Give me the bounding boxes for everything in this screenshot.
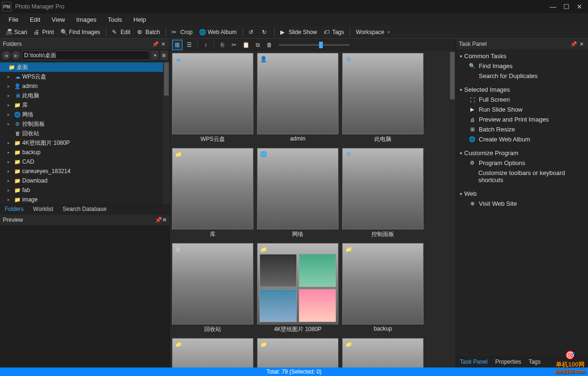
toolbar-scan[interactable]: 📠Scan <box>3 28 30 36</box>
tab-properties[interactable]: Properties <box>492 358 525 367</box>
tree-item[interactable]: ▸⚙控制面板 <box>0 119 163 129</box>
thumbnail-item[interactable]: 📁 <box>172 338 253 367</box>
expander-icon[interactable]: ▸ <box>8 93 13 98</box>
tree-item[interactable]: 📁桌面 <box>0 62 163 72</box>
task-section-header[interactable]: ▾Selected Images <box>460 85 584 95</box>
minimize-button[interactable]: — <box>546 3 560 10</box>
task-link[interactable]: Search for Duplicates <box>460 71 584 81</box>
task-link[interactable]: ▶Run Slide Show <box>460 105 584 114</box>
expander-icon[interactable]: ▸ <box>8 159 13 164</box>
task-link[interactable]: ⊞Batch Resize <box>460 124 584 134</box>
thumbnail-item[interactable]: 🌐网络 <box>257 148 338 239</box>
tree-item[interactable]: ▸📁careueyes_183214 <box>0 166 163 176</box>
close-panel-icon[interactable]: ✕ <box>162 217 167 223</box>
view-list-button[interactable]: ☰ <box>184 40 194 50</box>
tree-item[interactable]: ▸📁4K壁纸图片 1080P <box>0 138 163 148</box>
view-grid-button[interactable]: ⊞ <box>172 40 182 50</box>
path-input[interactable] <box>22 51 150 60</box>
task-link[interactable]: 🖨Preview and Print Images <box>460 114 584 124</box>
toolbar-edit[interactable]: ✎Edit <box>109 28 133 36</box>
tree-item[interactable]: 🗑回收站 <box>0 129 163 138</box>
tree-scrollbar[interactable] <box>163 61 170 204</box>
close-button[interactable]: ✕ <box>573 3 586 10</box>
expander-icon[interactable]: ▸ <box>8 150 13 155</box>
thumbnail-item[interactable]: 🖥此电脑 <box>342 53 424 144</box>
menu-tools[interactable]: Tools <box>103 15 127 24</box>
close-panel-icon[interactable]: ✕ <box>159 41 167 47</box>
tree-item[interactable]: ▸📁image <box>0 195 163 204</box>
menu-view[interactable]: View <box>47 15 69 24</box>
task-link[interactable]: 🌐Create Web Album <box>460 134 584 144</box>
task-link[interactable]: Customize toolbars or keyboard shortcuts <box>460 168 584 185</box>
cut-button[interactable]: ✂ <box>229 40 239 50</box>
maximize-button[interactable]: ☐ <box>560 3 573 10</box>
nav-back-button[interactable]: ◄ <box>2 51 10 60</box>
paste-button[interactable]: 📋 <box>241 40 251 50</box>
tree-item[interactable]: ▸📁backup <box>0 148 163 157</box>
expander-icon[interactable]: ▸ <box>8 112 13 117</box>
tree-item[interactable]: ▸📁fab <box>0 185 163 195</box>
expander-icon[interactable]: ▸ <box>8 169 13 174</box>
nav-forward-button[interactable]: ► <box>12 51 20 60</box>
task-section-header[interactable]: ▾Web <box>460 189 584 199</box>
menu-images[interactable]: Images <box>71 15 101 24</box>
thumbnail-item[interactable]: ☁WPS云盘 <box>172 53 253 144</box>
task-link[interactable]: 🔍Find Images <box>460 61 584 71</box>
toolbar-icon-7[interactable]: ↺ <box>246 28 258 36</box>
toolbar-batch[interactable]: ⚙Batch <box>134 28 163 36</box>
close-panel-icon[interactable]: ✕ <box>578 41 585 47</box>
task-link[interactable]: ⚙Program Options <box>460 158 584 168</box>
path-dropdown-button[interactable]: ▾ <box>151 51 159 60</box>
tab-folders[interactable]: Folders <box>0 205 28 215</box>
zoom-handle[interactable] <box>319 42 323 48</box>
tab-worklist[interactable]: Worklist <box>28 205 58 215</box>
expander-icon[interactable]: ▸ <box>8 103 13 107</box>
task-section-header[interactable]: ▾Customize Program <box>460 148 584 158</box>
expander-icon[interactable]: ▸ <box>8 74 13 79</box>
zoom-slider[interactable] <box>279 44 350 46</box>
expander-icon[interactable]: ▸ <box>8 84 13 88</box>
toolbar-print[interactable]: 🖨Print <box>31 28 57 36</box>
thumbnail-item[interactable]: 📁 <box>257 338 338 367</box>
thumbnail-item[interactable]: ⚙控制面板 <box>342 148 424 239</box>
tree-item[interactable]: ▸🖥此电脑 <box>0 91 163 100</box>
tree-item[interactable]: ▸📁库 <box>0 100 163 110</box>
expander-icon[interactable]: ▸ <box>8 197 13 202</box>
pin-icon[interactable]: 📌 <box>155 217 162 223</box>
toolbar-web-album[interactable]: 🌐Web Album <box>196 28 239 36</box>
expander-icon[interactable]: ▸ <box>8 140 13 145</box>
duplicate-button[interactable]: ⧉ <box>252 40 263 50</box>
thumbnail-grid[interactable]: ☁WPS云盘👤admin🖥此电脑📁库🌐网络⚙控制面板🗑回收站📁4K壁纸图片 10… <box>170 51 449 367</box>
thumb-scrollbar[interactable] <box>449 51 456 367</box>
tree-item[interactable]: ▸☁WPS云盘 <box>0 72 163 81</box>
tab-tags[interactable]: Tags <box>525 358 544 367</box>
delete-button[interactable]: 🗑 <box>264 40 275 50</box>
toolbar-find-images[interactable]: 🔍Find Images <box>58 28 103 36</box>
pin-icon[interactable]: 📌 <box>570 41 578 47</box>
task-link[interactable]: ⛶Full Screen <box>460 95 584 105</box>
tree-item[interactable]: ▸🌐网络 <box>0 110 163 119</box>
expander-icon[interactable]: ▸ <box>8 178 13 183</box>
thumbnail-item[interactable]: 🗑回收站 <box>172 243 253 334</box>
thumbnail-item[interactable]: 📁4K壁纸图片 1080P <box>257 243 338 334</box>
thumbnail-item[interactable]: 📁backup <box>342 243 424 334</box>
menu-edit[interactable]: Edit <box>25 15 45 24</box>
tab-search-database[interactable]: Search Database <box>58 205 111 215</box>
expander-icon[interactable]: ▸ <box>8 122 13 126</box>
toolbar-icon-8[interactable]: ↻ <box>259 28 271 36</box>
menu-help[interactable]: Help <box>129 15 151 24</box>
task-link[interactable]: ⊕Visit Web Site <box>460 199 584 209</box>
thumbnail-item[interactable]: 📁库 <box>172 148 253 239</box>
expander-icon[interactable]: ▸ <box>8 188 13 192</box>
toolbar-crop[interactable]: ✂Crop <box>169 28 195 36</box>
menu-file[interactable]: File <box>4 15 23 24</box>
tree-item[interactable]: ▸📁Download <box>0 176 163 185</box>
toolbar-slide-show[interactable]: ▶Slide Show <box>277 28 320 36</box>
toolbar-tags[interactable]: 🏷Tags <box>321 28 347 36</box>
toolbar-workspace[interactable]: Workspace <box>353 28 393 36</box>
folder-tree[interactable]: 📁桌面▸☁WPS云盘▸👤admin▸🖥此电脑▸📁库▸🌐网络▸⚙控制面板🗑回收站▸… <box>0 61 163 204</box>
pin-icon[interactable]: 📌 <box>152 41 159 47</box>
copy-button[interactable]: ⎘ <box>217 40 227 50</box>
path-toggle-button[interactable]: ⊞ <box>160 51 168 60</box>
sort-button[interactable]: ↕ <box>200 40 211 50</box>
